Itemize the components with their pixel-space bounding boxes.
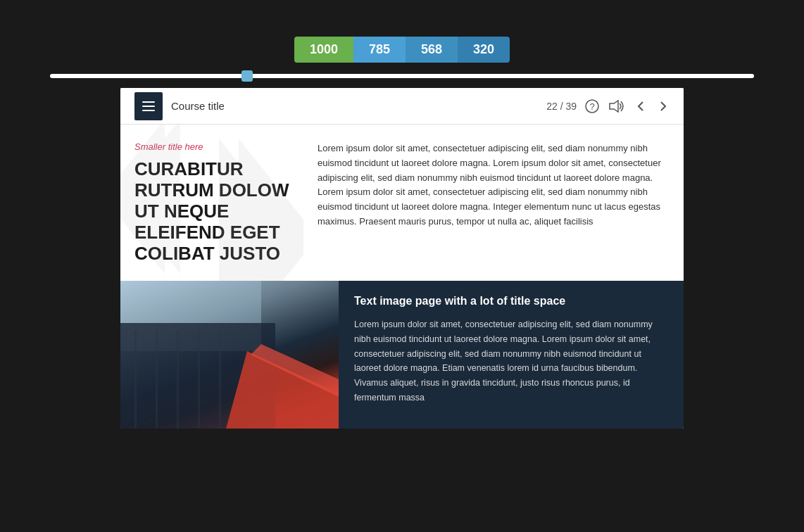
svg-text:?: ? bbox=[589, 101, 594, 112]
svg-marker-4 bbox=[239, 139, 303, 281]
svg-marker-6 bbox=[120, 125, 165, 274]
scrubber-track[interactable] bbox=[50, 74, 754, 78]
watermark-chevron-right bbox=[212, 139, 303, 281]
audio-button[interactable] bbox=[609, 100, 624, 113]
header-bar: Course title 22 / 39 ? bbox=[120, 88, 684, 125]
bottom-text-panel: Text image page with a lot of title spac… bbox=[339, 281, 684, 429]
svg-rect-10 bbox=[134, 330, 137, 429]
svg-marker-2 bbox=[610, 101, 618, 112]
body-text: Lorem ipsum dolor sit amet, consectetuer… bbox=[318, 141, 670, 229]
next-icon bbox=[657, 100, 670, 113]
svg-rect-14 bbox=[219, 330, 221, 429]
prev-icon bbox=[634, 100, 647, 113]
watermark-chevron-left bbox=[120, 125, 191, 274]
resolution-1000-button[interactable]: 1000 bbox=[294, 37, 353, 63]
page-body: Smaller title here CURABITUR RUTRUM DOLO… bbox=[120, 125, 684, 281]
bottom-panel-title: Text image page with a lot of title spac… bbox=[354, 295, 668, 308]
bottom-section: Text image page with a lot of title spac… bbox=[120, 281, 684, 429]
page-indicator: 22 / 39 bbox=[546, 101, 577, 112]
course-title: Course title bbox=[171, 100, 538, 112]
resolution-320-button[interactable]: 320 bbox=[458, 37, 510, 63]
svg-rect-13 bbox=[198, 330, 200, 429]
resolution-568-button[interactable]: 568 bbox=[406, 37, 458, 63]
prev-button[interactable] bbox=[634, 100, 647, 113]
svg-rect-12 bbox=[177, 330, 179, 429]
menu-icon bbox=[142, 101, 155, 103]
help-icon: ? bbox=[585, 99, 599, 113]
left-panel: Smaller title here CURABITUR RUTRUM DOLO… bbox=[120, 125, 303, 281]
svg-rect-11 bbox=[156, 330, 158, 429]
menu-button[interactable] bbox=[134, 92, 163, 120]
right-panel: Lorem ipsum dolor sit amet, consectetuer… bbox=[303, 125, 684, 281]
top-toolbar: 1000 785 568 320 bbox=[294, 37, 510, 63]
scrubber-bar[interactable] bbox=[50, 70, 754, 82]
menu-icon bbox=[142, 106, 155, 107]
bottom-panel-body: Lorem ipsum dolor sit amet, consectetuer… bbox=[354, 317, 668, 405]
resolution-785-button[interactable]: 785 bbox=[353, 37, 406, 63]
audio-icon bbox=[609, 100, 624, 113]
help-button[interactable]: ? bbox=[585, 99, 599, 113]
menu-icon bbox=[142, 110, 155, 111]
header-icons: ? bbox=[585, 99, 670, 113]
building-svg bbox=[120, 281, 339, 429]
course-content-area: Course title 22 / 39 ? bbox=[120, 88, 684, 429]
building-photo bbox=[120, 281, 339, 429]
bottom-image bbox=[120, 281, 339, 429]
next-button[interactable] bbox=[657, 100, 670, 113]
scrubber-thumb[interactable] bbox=[241, 70, 253, 82]
